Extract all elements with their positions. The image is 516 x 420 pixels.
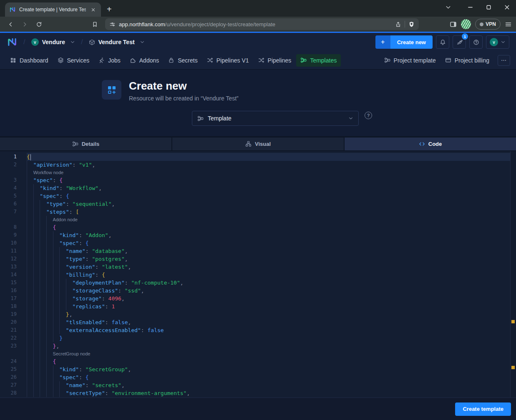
vpn-button[interactable]: VPN: [475, 19, 501, 30]
bookmark-icon[interactable]: [88, 18, 101, 30]
menu-icon[interactable]: [505, 21, 512, 28]
nav-item-services[interactable]: Services: [53, 54, 94, 67]
code-line-1[interactable]: 1{: [0, 153, 516, 161]
brave-shield-icon[interactable]: [408, 21, 415, 28]
browser-profile-avatar[interactable]: [461, 19, 471, 29]
line-number: 27: [0, 381, 17, 389]
help-button[interactable]: [469, 35, 483, 49]
code-line-21[interactable]: 21"externalAccessEnabled": false: [0, 326, 516, 334]
code-line-20[interactable]: 20"tlsEnabled": false,: [0, 318, 516, 326]
warning-marker: [511, 366, 515, 369]
northflank-logo[interactable]: [7, 37, 18, 48]
code-line-27[interactable]: 27"name": "secrets",: [0, 381, 516, 389]
new-tab-button[interactable]: +: [107, 5, 112, 13]
code-line-17[interactable]: 17"storage": 4096,: [0, 295, 516, 302]
code-line-16[interactable]: 16"storageClass": "ssd",: [0, 287, 516, 295]
code-line-14[interactable]: 14"billing": {: [0, 271, 516, 279]
breadcrumb-environment[interactable]: Vendure Test: [89, 39, 145, 45]
code-lens-label[interactable]: SecretGroup node: [53, 351, 91, 356]
notifications-button[interactable]: [436, 35, 449, 49]
code-line-25[interactable]: 25"kind": "SecretGroup",: [0, 365, 516, 373]
sidebar-toggle-icon[interactable]: [450, 21, 457, 28]
code-line-28[interactable]: 28"secretType": "environment-arguments",: [0, 389, 516, 397]
nav-more-button[interactable]: ⋯: [498, 55, 510, 66]
code-line-18[interactable]: 18"replicas": 1: [0, 302, 516, 310]
code-line-9[interactable]: 9"kind": "Addon",: [0, 231, 516, 239]
breadcrumb-separator: /: [81, 38, 83, 46]
nav-item-label: Project billing: [455, 57, 489, 64]
tab-close-icon[interactable]: [89, 6, 97, 13]
nav-item-label: Project template: [394, 57, 436, 64]
whats-new-button[interactable]: 1: [453, 35, 466, 49]
browser-tab[interactable]: Create template | Vendure Test |: [5, 2, 101, 17]
reload-icon[interactable]: [33, 18, 45, 30]
code-line-3[interactable]: 3"spec": {: [0, 176, 516, 184]
nav-item-project-template[interactable]: Project template: [380, 54, 440, 67]
code-line-24[interactable]: 24{: [0, 358, 516, 365]
code-line-11[interactable]: 11"name": "database",: [0, 247, 516, 255]
question-icon: [473, 39, 479, 45]
code-line-8[interactable]: 8{: [0, 223, 516, 231]
line-number: 23: [0, 342, 17, 350]
line-number: 11: [0, 247, 17, 255]
nav-item-pipelines-v1[interactable]: Pipelines V1: [203, 54, 253, 67]
line-number: 8: [0, 223, 17, 231]
tab-visual[interactable]: Visual: [171, 138, 344, 150]
resource-type-select[interactable]: Template: [192, 111, 359, 126]
select-help-icon[interactable]: ?: [365, 112, 372, 119]
nav-item-label: Addons: [139, 57, 159, 64]
code-lens-label[interactable]: Workflow node: [33, 170, 64, 175]
code-lens-label[interactable]: Addon node: [53, 217, 78, 222]
maximize-button[interactable]: [479, 0, 498, 14]
nav-item-pipelines[interactable]: Pipelines: [254, 54, 296, 67]
close-button[interactable]: [498, 0, 516, 14]
tab-details[interactable]: Details: [0, 138, 171, 150]
header-actions: + Create new 1 v: [375, 35, 509, 49]
browser-toolbar: app.northflank.com/u/vendure/project/dep…: [0, 17, 516, 32]
nav-item-secrets[interactable]: Secrets: [164, 54, 201, 67]
minimize-button[interactable]: [461, 0, 479, 14]
breadcrumb-project[interactable]: v Vendure: [31, 38, 75, 46]
plus-icon[interactable]: +: [375, 35, 390, 49]
nav-item-templates[interactable]: Templates: [296, 54, 341, 67]
nav-item-dashboard[interactable]: Dashboard: [6, 54, 53, 67]
nav-item-jobs[interactable]: Jobs: [94, 54, 125, 67]
code-line-5[interactable]: 5"spec": {: [0, 192, 516, 200]
nav-item-label: Pipelines: [268, 57, 292, 64]
site-settings-icon[interactable]: [109, 21, 116, 28]
address-bar[interactable]: app.northflank.com/u/vendure/project/dep…: [105, 18, 419, 30]
addressbar-divider: [405, 21, 405, 28]
create-new-button[interactable]: + Create new: [375, 35, 433, 49]
tab-search-chevron-icon[interactable]: [442, 2, 454, 12]
url-text[interactable]: app.northflank.com/u/vendure/project/dep…: [119, 21, 392, 28]
code-line-6[interactable]: 6"type": "sequential",: [0, 200, 516, 208]
user-menu-button[interactable]: v: [486, 35, 509, 49]
pipelines-icon: [258, 57, 264, 63]
warning-marker: [511, 320, 515, 323]
code-line-22[interactable]: 22}: [0, 334, 516, 342]
code-line-2[interactable]: 2"apiVersion": "v1",: [0, 161, 516, 169]
overview-ruler[interactable]: [510, 151, 516, 398]
browser-tab-strip: Create template | Vendure Test | +: [0, 0, 516, 17]
code-line-7[interactable]: 7"steps": [: [0, 208, 516, 216]
code-editor[interactable]: 1{2"apiVersion": "v1",Workflow node3"spe…: [0, 151, 516, 398]
nav-item-project-billing[interactable]: Project billing: [441, 54, 493, 67]
forward-icon[interactable]: [18, 18, 31, 30]
tab-code[interactable]: Code: [344, 138, 516, 150]
window-controls: [461, 0, 516, 14]
back-icon[interactable]: [4, 18, 17, 30]
line-number: 9: [0, 231, 17, 239]
code-line-26[interactable]: 26"spec": {: [0, 373, 516, 381]
code-line-19[interactable]: 19},: [0, 310, 516, 318]
line-number: 20: [0, 318, 17, 326]
create-template-button[interactable]: Create template: [455, 402, 511, 416]
nav-item-addons[interactable]: Addons: [126, 54, 163, 67]
code-line-15[interactable]: 15"deploymentPlan": "nf-compute-10",: [0, 279, 516, 287]
code-line-10[interactable]: 10"spec": {: [0, 239, 516, 247]
code-line-23[interactable]: 23},: [0, 342, 516, 350]
code-line-4[interactable]: 4"kind": "Workflow",: [0, 184, 516, 192]
code-line-12[interactable]: 12"type": "postgres",: [0, 255, 516, 263]
share-icon[interactable]: [395, 21, 401, 28]
code-line-13[interactable]: 13"version": "latest",: [0, 263, 516, 271]
line-number: 12: [0, 255, 17, 263]
